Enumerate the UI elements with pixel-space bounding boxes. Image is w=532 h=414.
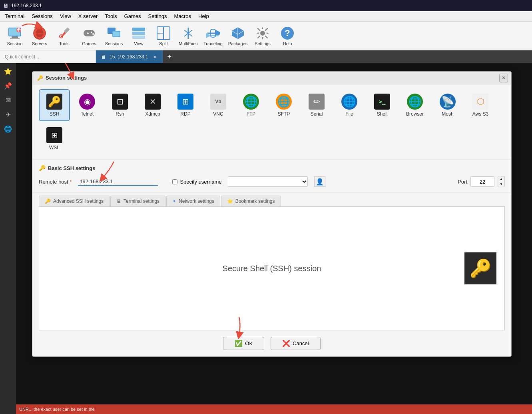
protocol-telnet[interactable]: ◉ Telnet — [72, 89, 103, 121]
dialog-title: Session settings — [46, 75, 87, 81]
split-icon — [156, 26, 171, 40]
specify-username-row: Specify username — [172, 179, 221, 185]
port-decrement-button[interactable]: ▼ — [498, 182, 504, 187]
remote-host-label: Remote host * — [39, 179, 72, 185]
sidebar-btn-globe[interactable]: 🌐 — [2, 122, 14, 135]
quick-connect-input[interactable] — [0, 50, 96, 63]
browser-icon: 🌐 — [407, 94, 423, 110]
session-settings-dialog: 🔑 Session settings ✕ 🔑 SSH ◉ Telne — [32, 71, 512, 357]
tab-icon: 🖥 — [101, 54, 106, 60]
menu-macros[interactable]: Macros — [171, 12, 194, 20]
protocol-rdp[interactable]: ⊞ RDP — [170, 89, 201, 121]
remote-host-input[interactable] — [78, 178, 158, 186]
dialog-close-button[interactable]: ✕ — [499, 74, 508, 82]
toolbar: Session Servers Tools — [0, 22, 532, 50]
toolbar-multiexec-button[interactable]: MultiExec — [177, 23, 200, 49]
settings-label: Settings — [255, 41, 271, 46]
port-label: Port — [458, 179, 467, 185]
port-input[interactable] — [470, 176, 494, 187]
protocol-serial[interactable]: ✏ Serial — [301, 89, 332, 121]
status-text: UNR... the exact user can be set in the — [19, 407, 95, 412]
app-icon: 🖥 — [3, 2, 9, 9]
dialog-title-icon: 🔑 — [37, 75, 43, 81]
terminal-content[interactable]: 🔑 Session settings ✕ 🔑 SSH ◉ Telne — [16, 63, 532, 414]
cancel-label: Cancel — [293, 340, 309, 346]
toolbar-split-button[interactable]: Split — [152, 23, 175, 49]
svg-point-16 — [91, 32, 92, 33]
tab-bookmark-settings[interactable]: ⭐ Bookmark settings — [221, 196, 281, 206]
port-spinner: ▲ ▼ — [498, 176, 505, 187]
specify-username-label: Specify username — [180, 179, 221, 185]
menu-terminal[interactable]: Terminal — [2, 12, 28, 20]
user-icon-button[interactable]: 👤 — [314, 176, 325, 187]
tab-network-settings[interactable]: ✦ Network settings — [166, 196, 220, 206]
protocol-ftp[interactable]: 🌐 FTP — [235, 89, 267, 121]
toolbar-packages-button[interactable]: Packages — [226, 23, 249, 49]
advanced-ssh-icon: 🔑 — [45, 198, 51, 204]
protocol-xdmcp[interactable]: ✕ Xdmcp — [137, 89, 168, 121]
menu-sessions[interactable]: Sessions — [28, 12, 56, 20]
help-icon: ? — [280, 26, 295, 40]
toolbar-tools-button[interactable]: Tools — [53, 23, 76, 49]
protocol-vnc[interactable]: Vb VNC — [203, 89, 234, 121]
sidebar: ⭐ 📌 ✉ ✈ 🌐 — [0, 63, 16, 414]
tab-add-button[interactable]: + — [163, 50, 176, 63]
menu-help[interactable]: Help — [195, 12, 212, 20]
bookmark-settings-icon: ⭐ — [227, 198, 233, 204]
svg-point-17 — [92, 33, 94, 35]
protocol-file[interactable]: 🌐 File — [334, 89, 365, 121]
tab-advanced-ssh[interactable]: 🔑 Advanced SSH settings — [39, 196, 110, 206]
xdmcp-icon: ✕ — [145, 94, 161, 110]
tab-terminal-settings[interactable]: 🖥 Terminal settings — [110, 196, 165, 206]
username-dropdown[interactable] — [228, 176, 308, 187]
main-area: ⭐ 📌 ✉ ✈ 🌐 🔑 Session settings — [0, 63, 532, 414]
toolbar-tunneling-button[interactable]: Tunneling — [201, 23, 225, 49]
toolbar-session-button[interactable]: Session — [3, 23, 26, 49]
awss3-label: Aws S3 — [472, 111, 488, 117]
sidebar-btn-pin[interactable]: 📌 — [2, 79, 14, 92]
protocol-mosh[interactable]: 📡 Mosh — [432, 89, 463, 121]
port-increment-button[interactable]: ▲ — [498, 176, 504, 182]
shell-label: Shell — [377, 111, 388, 117]
toolbar-games-button[interactable]: Games — [78, 23, 101, 49]
protocol-rsh[interactable]: ⊡ Rsh — [104, 89, 135, 121]
tab-item-192[interactable]: 🖥 15. 192.168.233.1 ✕ — [96, 50, 163, 63]
toolbar-settings-button[interactable]: Settings — [251, 23, 274, 49]
menu-settings[interactable]: Settings — [145, 12, 170, 20]
sidebar-btn-send[interactable]: ✈ — [2, 108, 14, 121]
svg-rect-2 — [12, 36, 18, 38]
menu-tools[interactable]: Tools — [102, 12, 120, 20]
menu-games[interactable]: Games — [121, 12, 144, 20]
specify-username-checkbox[interactable] — [172, 179, 177, 184]
ssh-label: SSH — [50, 111, 60, 117]
cancel-button[interactable]: ❌ Cancel — [271, 337, 320, 350]
telnet-icon: ◉ — [79, 94, 95, 110]
protocol-wsl[interactable]: ⊞ WSL — [39, 123, 70, 155]
mosh-label: Mosh — [442, 111, 453, 117]
toolbar-sessions-button[interactable]: Sessions — [102, 23, 126, 49]
tools-icon — [57, 26, 72, 40]
toolbar-help-button[interactable]: ? Help — [276, 23, 299, 49]
menu-view[interactable]: View — [57, 12, 74, 20]
browser-label: Browser — [406, 111, 424, 117]
protocol-browser[interactable]: 🌐 Browser — [399, 89, 430, 121]
menu-xserver[interactable]: X server — [75, 12, 101, 20]
ok-button[interactable]: ✅ OK — [223, 337, 264, 350]
ok-label: OK — [245, 340, 253, 346]
sessions-icon — [107, 26, 121, 40]
tab-close-button[interactable]: ✕ — [151, 54, 158, 60]
view-icon — [132, 26, 146, 40]
protocol-ssh[interactable]: 🔑 SSH — [39, 89, 70, 121]
toolbar-view-button[interactable]: View — [127, 23, 150, 49]
packages-label: Packages — [228, 41, 247, 46]
settings-icon — [255, 26, 270, 40]
ftp-label: FTP — [247, 111, 256, 117]
network-settings-icon: ✦ — [172, 198, 176, 204]
toolbar-servers-button[interactable]: Servers — [28, 23, 51, 49]
sidebar-btn-mail[interactable]: ✉ — [2, 94, 14, 106]
protocol-shell[interactable]: >_ Shell — [367, 89, 398, 121]
ssh-session-icon-box: 🔑 — [464, 252, 496, 284]
sidebar-btn-star[interactable]: ⭐ — [2, 65, 14, 78]
protocol-sftp[interactable]: 🌐 SFTP — [268, 89, 299, 121]
protocol-awss3[interactable]: ⬡ Aws S3 — [465, 89, 496, 121]
